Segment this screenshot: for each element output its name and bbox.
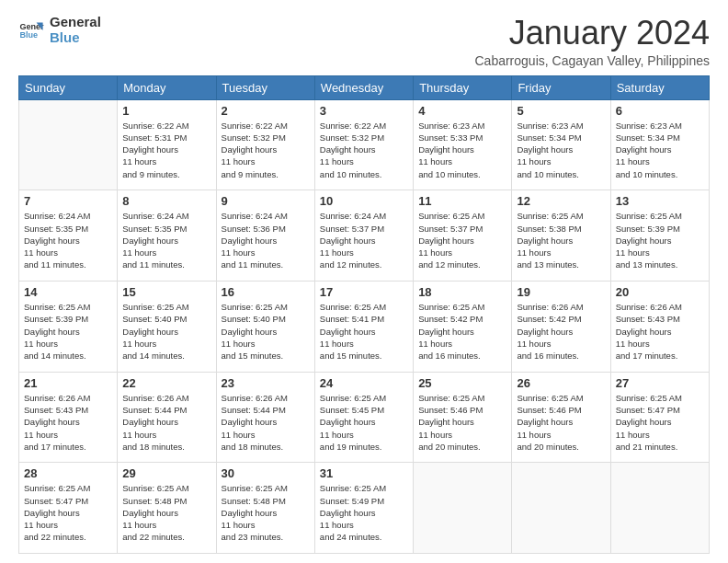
daylight-label: Daylight hours xyxy=(122,507,210,519)
sunrise-text: Sunrise: 6:25 AM xyxy=(24,301,112,313)
daylight-hours: 11 hours xyxy=(418,338,506,350)
daylight-minutes: and 10 minutes. xyxy=(320,168,408,180)
sunrise-text: Sunrise: 6:25 AM xyxy=(517,392,605,404)
day-number: 25 xyxy=(418,376,506,390)
daylight-hours: 11 hours xyxy=(320,247,408,259)
day-number: 17 xyxy=(320,285,408,299)
day-number: 3 xyxy=(320,104,408,118)
sunrise-text: Sunrise: 6:25 AM xyxy=(418,392,506,404)
sunset-text: Sunset: 5:45 PM xyxy=(320,404,408,416)
daylight-hours: 11 hours xyxy=(222,519,310,531)
logo: General Blue General Blue xyxy=(18,15,101,45)
calendar-cell: 18Sunrise: 6:25 AMSunset: 5:42 PMDayligh… xyxy=(414,281,512,372)
daylight-label: Daylight hours xyxy=(222,507,310,519)
daylight-minutes: and 10 minutes. xyxy=(517,168,605,180)
sunset-text: Sunset: 5:43 PM xyxy=(24,404,112,416)
sunrise-text: Sunrise: 6:24 AM xyxy=(24,210,112,222)
daylight-label: Daylight hours xyxy=(222,416,310,428)
calendar-week-3: 21Sunrise: 6:26 AMSunset: 5:43 PMDayligh… xyxy=(19,372,710,463)
daylight-label: Daylight hours xyxy=(517,235,605,247)
daylight-label: Daylight hours xyxy=(24,235,112,247)
daylight-label: Daylight hours xyxy=(418,416,506,428)
day-number: 6 xyxy=(616,104,704,118)
day-info: Sunrise: 6:25 AMSunset: 5:42 PMDaylight … xyxy=(418,301,506,362)
calendar-cell: 25Sunrise: 6:25 AMSunset: 5:46 PMDayligh… xyxy=(414,372,512,463)
calendar-cell: 28Sunrise: 6:25 AMSunset: 5:47 PMDayligh… xyxy=(19,463,118,554)
sunrise-text: Sunrise: 6:22 AM xyxy=(320,120,408,132)
header-saturday: Saturday xyxy=(610,75,709,99)
daylight-hours: 11 hours xyxy=(320,429,408,441)
daylight-hours: 11 hours xyxy=(122,155,210,167)
day-number: 21 xyxy=(24,376,112,390)
daylight-minutes: and 22 minutes. xyxy=(24,531,112,543)
daylight-hours: 11 hours xyxy=(222,247,310,259)
calendar-cell: 14Sunrise: 6:25 AMSunset: 5:39 PMDayligh… xyxy=(19,281,118,372)
daylight-hours: 11 hours xyxy=(418,155,506,167)
daylight-minutes: and 10 minutes. xyxy=(616,168,704,180)
calendar-cell: 26Sunrise: 6:25 AMSunset: 5:46 PMDayligh… xyxy=(512,372,610,463)
daylight-hours: 11 hours xyxy=(222,429,310,441)
daylight-minutes: and 20 minutes. xyxy=(418,441,506,453)
sunset-text: Sunset: 5:39 PM xyxy=(24,313,112,325)
sunrise-text: Sunrise: 6:26 AM xyxy=(24,392,112,404)
daylight-minutes: and 21 minutes. xyxy=(616,441,704,453)
calendar-week-0: 1Sunrise: 6:22 AMSunset: 5:31 PMDaylight… xyxy=(19,99,710,190)
daylight-minutes: and 12 minutes. xyxy=(418,259,506,270)
daylight-label: Daylight hours xyxy=(122,235,210,247)
calendar-cell: 29Sunrise: 6:25 AMSunset: 5:48 PMDayligh… xyxy=(118,463,216,554)
sunrise-text: Sunrise: 6:25 AM xyxy=(517,210,605,222)
calendar-cell: 5Sunrise: 6:23 AMSunset: 5:34 PMDaylight… xyxy=(512,99,610,190)
daylight-hours: 11 hours xyxy=(517,247,605,259)
header-monday: Monday xyxy=(118,75,216,99)
calendar-cell: 19Sunrise: 6:26 AMSunset: 5:42 PMDayligh… xyxy=(512,281,610,372)
daylight-minutes: and 23 minutes. xyxy=(222,531,310,543)
sunset-text: Sunset: 5:46 PM xyxy=(418,404,506,416)
calendar-cell: 8Sunrise: 6:24 AMSunset: 5:35 PMDaylight… xyxy=(118,190,216,282)
daylight-hours: 11 hours xyxy=(122,338,210,350)
day-number: 16 xyxy=(222,285,310,299)
daylight-minutes: and 9 minutes. xyxy=(122,168,210,180)
daylight-hours: 11 hours xyxy=(517,429,605,441)
calendar-cell: 9Sunrise: 6:24 AMSunset: 5:36 PMDaylight… xyxy=(216,190,314,282)
calendar-cell: 11Sunrise: 6:25 AMSunset: 5:37 PMDayligh… xyxy=(414,190,512,282)
daylight-label: Daylight hours xyxy=(616,326,704,338)
sunset-text: Sunset: 5:44 PM xyxy=(122,404,210,416)
day-info: Sunrise: 6:23 AMSunset: 5:34 PMDaylight … xyxy=(616,120,704,180)
header-sunday: Sunday xyxy=(19,75,118,99)
sunset-text: Sunset: 5:38 PM xyxy=(517,223,605,235)
header-tuesday: Tuesday xyxy=(216,75,314,99)
daylight-hours: 11 hours xyxy=(24,519,112,531)
calendar-cell: 17Sunrise: 6:25 AMSunset: 5:41 PMDayligh… xyxy=(314,281,413,372)
sunrise-text: Sunrise: 6:25 AM xyxy=(222,482,310,494)
day-number: 20 xyxy=(616,285,704,299)
calendar-cell xyxy=(610,463,709,554)
sunrise-text: Sunrise: 6:23 AM xyxy=(418,120,506,132)
daylight-hours: 11 hours xyxy=(222,338,310,350)
calendar-cell: 4Sunrise: 6:23 AMSunset: 5:33 PMDaylight… xyxy=(414,99,512,190)
daylight-hours: 11 hours xyxy=(616,155,704,167)
daylight-label: Daylight hours xyxy=(616,144,704,155)
daylight-hours: 11 hours xyxy=(517,338,605,350)
daylight-hours: 11 hours xyxy=(24,338,112,350)
sunrise-text: Sunrise: 6:22 AM xyxy=(122,120,210,132)
daylight-minutes: and 12 minutes. xyxy=(320,259,408,270)
daylight-label: Daylight hours xyxy=(320,507,408,519)
sunset-text: Sunset: 5:46 PM xyxy=(517,404,605,416)
day-info: Sunrise: 6:25 AMSunset: 5:39 PMDaylight … xyxy=(24,301,112,362)
calendar-table: Sunday Monday Tuesday Wednesday Thursday… xyxy=(18,75,710,554)
sunset-text: Sunset: 5:32 PM xyxy=(320,132,408,144)
daylight-minutes: and 14 minutes. xyxy=(24,350,112,362)
daylight-label: Daylight hours xyxy=(24,507,112,519)
daylight-minutes: and 17 minutes. xyxy=(616,350,704,362)
sunset-text: Sunset: 5:35 PM xyxy=(122,223,210,235)
daylight-minutes: and 16 minutes. xyxy=(517,350,605,362)
sunset-text: Sunset: 5:42 PM xyxy=(418,313,506,325)
sunset-text: Sunset: 5:34 PM xyxy=(517,132,605,144)
header-thursday: Thursday xyxy=(414,75,512,99)
sunset-text: Sunset: 5:44 PM xyxy=(222,404,310,416)
calendar-cell xyxy=(414,463,512,554)
daylight-hours: 11 hours xyxy=(418,247,506,259)
daylight-label: Daylight hours xyxy=(122,416,210,428)
sunrise-text: Sunrise: 6:26 AM xyxy=(122,392,210,404)
calendar-cell: 10Sunrise: 6:24 AMSunset: 5:37 PMDayligh… xyxy=(314,190,413,282)
